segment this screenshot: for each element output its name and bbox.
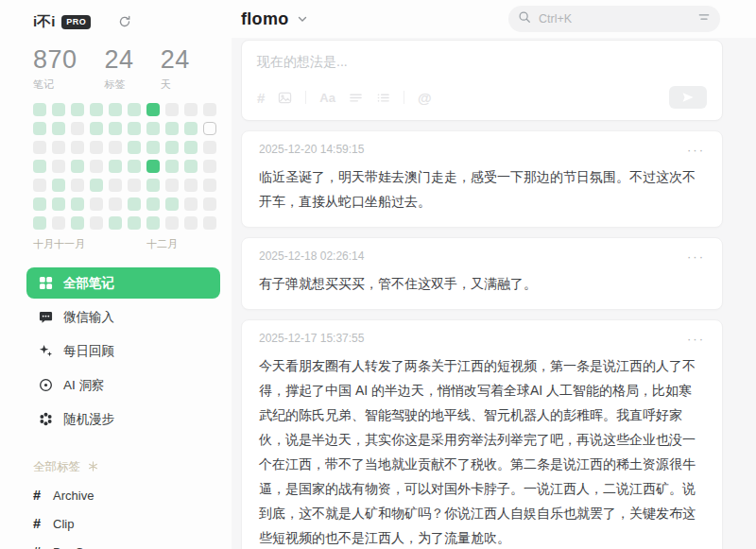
tags-header-label: 全部标签	[33, 459, 80, 475]
pro-badge[interactable]: PRO	[61, 15, 91, 29]
flomo-logo: flomo	[241, 9, 289, 29]
heatmap-cell	[203, 197, 216, 211]
search-input[interactable]: Ctrl+K	[508, 6, 720, 32]
heatmap-cell	[165, 216, 179, 230]
ordered-list-icon[interactable]	[376, 91, 390, 105]
search-placeholder: Ctrl+K	[539, 12, 690, 26]
heatmap-cell	[52, 179, 65, 192]
tag-label: Archive	[53, 489, 94, 503]
heatmap-cell	[146, 179, 160, 192]
heatmap-cell	[109, 197, 122, 211]
stat-tags-label: 标签	[104, 77, 160, 92]
heatmap-cell	[128, 216, 141, 230]
heatmap-cell	[184, 179, 198, 192]
note-content: 今天看朋友圈有人转发了两条关于江西的短视频，第一条是说江西的人了不得，撑起了中国…	[259, 353, 705, 549]
tag-label: Clip	[53, 517, 74, 531]
heatmap-cell	[203, 179, 216, 192]
sidebar-item-ai-insight[interactable]: AI 洞察	[26, 369, 220, 401]
heatmap-cell	[33, 160, 46, 173]
note-editor: 现在的想法是... # Aa	[241, 40, 723, 121]
ai-insight-icon	[39, 378, 53, 392]
heatmap-cell	[128, 197, 141, 211]
sidebar-item-label: 全部笔记	[63, 275, 114, 292]
sidebar-item-label: 微信输入	[63, 309, 114, 326]
heatmap-cell	[128, 141, 141, 154]
sidebar-item-wechat-input[interactable]: 微信输入	[26, 301, 220, 333]
tag-item-clip[interactable]: # Clip	[33, 509, 232, 538]
note-more-icon[interactable]: ···	[687, 250, 705, 263]
mention-icon[interactable]: @	[418, 90, 432, 106]
heatmap-cell	[165, 160, 179, 173]
main-panel: flomo Ctrl+K	[232, 0, 756, 549]
note-input[interactable]: 现在的想法是...	[257, 54, 707, 86]
sidebar: i不i PRO 870 笔记 24 标签 24 天	[0, 0, 232, 549]
heatmap-cell	[165, 141, 179, 154]
note-card: 2025-12-20 14:59:15 ··· 临近圣诞了，明天带娃去澳门走走，…	[241, 130, 723, 228]
stat-days-label: 天	[161, 77, 232, 92]
image-icon[interactable]	[278, 91, 292, 105]
toolbar-divider	[404, 91, 404, 104]
heatmap-cell	[90, 179, 103, 192]
tag-list: # Archive # Clip # DayOne # ing # Now	[33, 481, 232, 549]
search-icon	[518, 10, 531, 27]
stat-days-value: 24	[161, 45, 232, 75]
stat-notes: 870 笔记	[33, 45, 104, 92]
sync-icon[interactable]	[118, 15, 131, 28]
heatmap-cell	[71, 197, 84, 211]
list-icon[interactable]	[349, 91, 363, 105]
user-row: i不i PRO	[33, 11, 232, 32]
text-style-icon[interactable]: Aa	[319, 91, 335, 105]
flomo-app: i不i PRO 870 笔记 24 标签 24 天	[0, 0, 756, 549]
note-content: 临近圣诞了，明天带娃去澳门走走，感受一下那边的节日氛围。不过这次不开车，直接从蛇…	[259, 164, 705, 214]
send-button[interactable]	[669, 86, 707, 109]
note-more-icon[interactable]: ···	[687, 144, 705, 156]
tag-icon[interactable]: #	[257, 90, 265, 106]
heatmap-cell	[146, 216, 160, 230]
heatmap-cell	[146, 122, 160, 135]
tags-sort-icon[interactable]	[88, 461, 98, 474]
sidebar-item-label: AI 洞察	[63, 377, 105, 394]
stat-tags: 24 标签	[104, 45, 160, 92]
heatmap-cell	[165, 197, 179, 211]
toolbar-divider	[305, 91, 306, 104]
heatmap-cell	[146, 103, 160, 116]
notes-scroll-area[interactable]: 现在的想法是... # Aa	[232, 38, 756, 549]
hash-icon: #	[33, 516, 41, 531]
heatmap-cell	[165, 179, 179, 192]
sidebar-item-random-walk[interactable]: 随机漫步	[26, 403, 220, 435]
heatmap-cell	[90, 141, 103, 154]
note-more-icon[interactable]: ···	[687, 333, 705, 345]
tag-item-dayone[interactable]: # DayOne	[33, 538, 232, 549]
tag-item-archive[interactable]: # Archive	[33, 481, 232, 509]
wechat-input-icon	[39, 310, 53, 324]
heatmap-cell	[109, 179, 122, 192]
heatmap-grid	[33, 103, 232, 230]
heatmap-cell	[109, 216, 122, 230]
heatmap-cell	[184, 103, 198, 116]
sidebar-item-all-notes[interactable]: 全部笔记	[26, 267, 220, 299]
sidebar-item-daily-review[interactable]: 每日回顾	[26, 335, 220, 367]
heatmap-months: 十月十一月 十二月	[33, 237, 232, 250]
heatmap-cell	[146, 141, 160, 154]
chevron-down-icon[interactable]	[297, 13, 308, 25]
grid-icon	[39, 276, 53, 290]
random-walk-flower-icon	[39, 412, 53, 426]
heatmap-cell	[203, 122, 216, 135]
sidebar-menu: 全部笔记 微信输入 每日回顾	[26, 267, 220, 435]
note-header: 2025-12-18 02:26:14 ···	[259, 249, 705, 263]
note-header: 2025-12-20 14:59:15 ···	[259, 143, 705, 156]
main-header: flomo Ctrl+K	[232, 0, 756, 38]
heatmap-cell	[52, 141, 65, 154]
heatmap-cell	[33, 141, 46, 154]
filter-icon[interactable]	[697, 10, 711, 27]
heatmap-cell	[184, 197, 198, 211]
heatmap-cell	[71, 179, 84, 192]
heatmap-cell	[33, 103, 46, 116]
heatmap-cell	[71, 160, 84, 173]
note-timestamp: 2025-12-20 14:59:15	[259, 143, 364, 156]
daily-review-sparkle-icon	[39, 344, 53, 358]
heatmap-cell	[52, 103, 65, 116]
heatmap-cell	[128, 179, 141, 192]
heatmap-cell	[146, 160, 160, 173]
heatmap-cell	[71, 141, 84, 154]
